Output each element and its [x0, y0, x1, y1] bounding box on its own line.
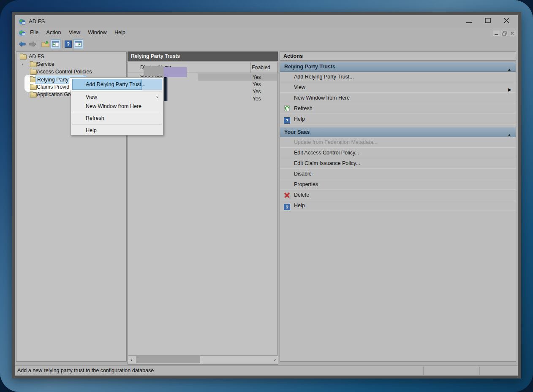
context-refresh[interactable]: Refresh	[72, 114, 162, 123]
menu-separator	[72, 92, 162, 92]
mdi-close-button[interactable]	[509, 30, 516, 36]
menu-separator	[72, 124, 162, 124]
action-help-2[interactable]: ? Help	[280, 200, 516, 211]
context-help[interactable]: Help	[72, 126, 162, 135]
folder-icon	[30, 70, 37, 75]
help-icon: ?	[284, 202, 291, 209]
show-console-tree-button[interactable]	[51, 39, 60, 49]
help-toolbar-icon[interactable]: ?	[65, 41, 72, 48]
refresh-icon	[284, 105, 291, 112]
context-menu: Add Relying Party Trust... View › New Wi…	[71, 77, 163, 135]
actions-panel: Actions Relying Party Trusts ▲ Add Relyi…	[280, 51, 516, 362]
action-refresh[interactable]: Refresh	[280, 103, 516, 114]
export-list-icon[interactable]	[41, 41, 50, 48]
menu-bar: File Action View Window Help	[15, 28, 518, 39]
action-edit-access-control-policy[interactable]: Edit Access Control Policy...	[280, 148, 516, 158]
action-update-from-federation-metadata: Update from Federation Metadata...	[280, 137, 516, 148]
tree-item-access-control-policies[interactable]: Access Control Policies	[16, 68, 126, 76]
context-add-relying-party-trust[interactable]: Add Relying Party Trust...	[86, 79, 146, 90]
horizontal-scrollbar[interactable]: ‹ ›	[128, 355, 278, 364]
submenu-arrow-icon: ›	[156, 92, 158, 102]
action-add-relying-party-trust[interactable]: Add Relying Party Trust...	[280, 72, 516, 82]
actions-header: Actions	[280, 51, 516, 61]
maximize-icon[interactable]	[484, 17, 491, 24]
scroll-right-icon[interactable]: ›	[274, 356, 276, 363]
redaction-stripes	[164, 77, 168, 101]
forward-icon[interactable]	[29, 41, 36, 47]
mdi-restore-button[interactable]	[501, 30, 508, 36]
scroll-left-icon[interactable]: ‹	[131, 356, 132, 363]
context-view[interactable]: View ›	[72, 92, 162, 102]
column-header-enabled[interactable]: Enabled	[252, 65, 270, 70]
folder-icon	[30, 62, 37, 67]
status-text: Add a new relying party trust to the con…	[17, 368, 154, 373]
row-enabled[interactable]: Yes	[253, 96, 261, 102]
folder-icon	[20, 54, 27, 59]
status-divider	[479, 367, 480, 375]
menu-view[interactable]: View	[66, 28, 83, 37]
actions-section-your-saas[interactable]: Your Saas ▲	[280, 127, 516, 137]
adfs-app-icon	[19, 18, 25, 25]
row-enabled[interactable]: Yes	[253, 89, 261, 95]
column-divider[interactable]	[250, 62, 251, 73]
window-title: AD FS	[29, 18, 45, 24]
back-icon[interactable]	[19, 41, 26, 47]
row-enabled[interactable]: Yes	[253, 74, 261, 80]
actions-body: Relying Party Trusts ▲ Add Relying Party…	[280, 62, 516, 362]
context-new-window-from-here[interactable]: New Window from Here	[72, 102, 162, 111]
mdi-minimize-button[interactable]	[493, 30, 500, 36]
menu-window[interactable]: Window	[85, 28, 109, 37]
redaction-block-purple	[163, 67, 187, 77]
help-icon: ?	[284, 116, 291, 122]
scrollbar-thumb[interactable]	[136, 356, 200, 363]
show-action-pane-button[interactable]	[73, 39, 83, 49]
list-panel-header: Relying Party Trusts	[128, 51, 278, 61]
folder-icon	[30, 85, 37, 90]
menu-file[interactable]: File	[27, 28, 41, 37]
action-delete[interactable]: Delete	[280, 190, 516, 200]
actions-section-relying-party-trusts[interactable]: Relying Party Trusts ▲	[280, 62, 516, 72]
close-icon[interactable]	[503, 17, 510, 24]
adfs-console-icon	[19, 30, 25, 36]
tree-item-adfs-root[interactable]: AD FS	[16, 53, 126, 60]
toolbar: ?	[15, 39, 518, 50]
row-enabled[interactable]: Yes	[253, 81, 261, 87]
menu-action[interactable]: Action	[44, 28, 64, 37]
adfs-window: AD FS File Action View Window Help	[12, 12, 521, 378]
minimize-icon[interactable]	[466, 19, 473, 24]
menu-separator	[72, 112, 162, 112]
folder-icon	[30, 92, 37, 97]
menu-help[interactable]: Help	[111, 28, 128, 37]
tree-item-service[interactable]: › Service	[16, 60, 126, 68]
action-edit-claim-issuance-policy[interactable]: Edit Claim Issuance Policy...	[280, 158, 516, 169]
action-help[interactable]: ? Help	[280, 114, 516, 124]
selected-row-band	[198, 73, 277, 81]
redaction-block-gray	[144, 66, 164, 76]
status-bar: Add a new relying party trust to the con…	[15, 365, 518, 376]
title-bar[interactable]: AD FS	[15, 15, 518, 28]
action-properties[interactable]: Properties	[280, 179, 516, 190]
action-view[interactable]: View▶	[280, 82, 516, 93]
section-gap	[280, 124, 516, 127]
status-divider	[423, 367, 424, 375]
chevron-right-icon[interactable]: ›	[22, 60, 23, 68]
action-disable[interactable]: Disable	[280, 169, 516, 179]
action-new-window-from-here[interactable]: New Window from Here	[280, 93, 516, 103]
delete-icon	[284, 192, 291, 198]
